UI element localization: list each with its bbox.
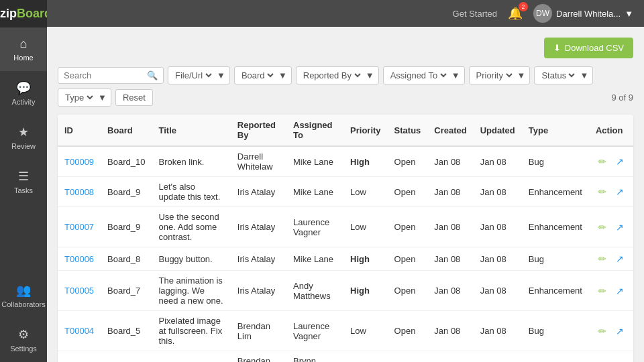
reset-button[interactable]: Reset xyxy=(115,89,153,106)
notifications-bell[interactable]: 🔔 2 xyxy=(508,6,523,21)
search-box[interactable]: 🔍 xyxy=(58,67,164,84)
cell-created: Jan 08 xyxy=(427,351,473,363)
sidebar-item-settings[interactable]: ⚙ Settings xyxy=(0,318,47,362)
col-action: Action xyxy=(589,115,633,146)
cell-action: ✏ ↗ xyxy=(589,311,633,351)
external-link-button[interactable]: ↗ xyxy=(613,324,627,338)
cell-title: Use the second one. Add some contrast. xyxy=(152,207,230,247)
edit-button[interactable]: ✏ xyxy=(596,324,609,338)
edit-button[interactable]: ✏ xyxy=(596,359,609,362)
table-row: T00007 Board_9 Use the second one. Add s… xyxy=(58,207,633,247)
type-filter[interactable]: Type ▼ xyxy=(58,88,111,107)
table-body: T00009 Board_10 Broken link. Darrell Whi… xyxy=(58,146,633,362)
cell-action: ✏ ↗ xyxy=(589,146,633,177)
sidebar-item-home[interactable]: ⌂ Home xyxy=(0,27,47,71)
sidebar-item-review-label: Review xyxy=(11,142,36,150)
file-url-select[interactable]: File/Url xyxy=(172,70,214,81)
cell-status: Open xyxy=(388,146,428,177)
edit-button[interactable]: ✏ xyxy=(596,284,609,298)
cell-type: Enhancement xyxy=(522,271,589,311)
sidebar-item-tasks[interactable]: ☰ Tasks xyxy=(0,160,47,204)
user-name: Darrell Whitela... xyxy=(556,9,621,19)
assigned-to-filter[interactable]: Assigned To ▼ xyxy=(383,66,465,84)
external-link-button[interactable]: ↗ xyxy=(613,155,627,168)
board-filter[interactable]: Board ▼ xyxy=(234,66,292,84)
sidebar-bottom: 👥 Collaborators ⚙ Settings xyxy=(0,274,47,362)
edit-button[interactable]: ✏ xyxy=(596,185,609,198)
filter-bar: 🔍 File/Url ▼ Board ▼ Reported By ▼ xyxy=(58,66,633,107)
logo-zip: zip xyxy=(0,7,17,20)
chevron-down-icon-5: ▼ xyxy=(517,70,526,80)
sidebar-item-activity[interactable]: 💬 Activity xyxy=(0,71,47,115)
action-buttons: ✏ ↗ xyxy=(596,359,627,362)
action-buttons: ✏ ↗ xyxy=(596,324,627,338)
action-buttons: ✏ ↗ xyxy=(596,284,627,298)
sidebar-item-activity-label: Activity xyxy=(12,98,36,106)
user-menu[interactable]: DW Darrell Whitela... ▼ xyxy=(533,4,633,23)
sidebar-item-review[interactable]: ★ Review xyxy=(0,115,47,160)
download-csv-button[interactable]: ⬇ Download CSV xyxy=(544,38,633,58)
issue-link[interactable]: T00004 xyxy=(64,326,94,336)
table-row: T00005 Board_7 The animation is lagging.… xyxy=(58,271,633,311)
search-input[interactable] xyxy=(64,70,144,80)
table-row: T00006 Board_8 Buggy button. Iris Atalay… xyxy=(58,247,633,271)
chevron-down-icon-3: ▼ xyxy=(366,70,374,80)
external-link-button[interactable]: ↗ xyxy=(613,284,627,298)
cell-reported-by: Iris Atalay xyxy=(231,207,286,247)
chevron-down-icon-4: ▼ xyxy=(451,70,460,80)
issue-link[interactable]: T00008 xyxy=(64,187,94,197)
cell-title: Broken link. xyxy=(152,146,230,177)
cell-reported-by: Brendan Lim xyxy=(231,351,286,363)
chevron-down-icon-6: ▼ xyxy=(580,70,588,80)
cell-title: The animation is lagging. We need a new … xyxy=(152,271,230,311)
cell-status: Open xyxy=(388,351,428,363)
avatar: DW xyxy=(533,4,552,23)
external-link-button[interactable]: ↗ xyxy=(613,252,627,265)
board-select[interactable]: Board xyxy=(239,70,276,81)
cell-type: Enhancement xyxy=(522,351,589,363)
get-started-link[interactable]: Get Started xyxy=(453,9,497,19)
edit-button[interactable]: ✏ xyxy=(596,221,609,234)
cell-board: Board_4 xyxy=(101,351,152,363)
reported-by-filter[interactable]: Reported By ▼ xyxy=(296,66,379,84)
main-content: Get Started 🔔 2 DW Darrell Whitela... ▼ … xyxy=(47,0,644,362)
settings-icon: ⚙ xyxy=(18,327,29,342)
cell-action: ✏ ↗ xyxy=(589,177,633,207)
edit-button[interactable]: ✏ xyxy=(596,252,609,265)
external-link-button[interactable]: ↗ xyxy=(613,185,627,198)
cell-board: Board_10 xyxy=(101,146,152,177)
sidebar-item-collaborators-label: Collaborators xyxy=(1,300,45,308)
sidebar-item-tasks-label: Tasks xyxy=(14,186,33,194)
cell-status: Open xyxy=(388,311,428,351)
topbar: Get Started 🔔 2 DW Darrell Whitela... ▼ xyxy=(47,0,644,27)
status-select[interactable]: Status xyxy=(539,70,577,81)
assigned-to-select[interactable]: Assigned To xyxy=(388,70,449,81)
priority-filter[interactable]: Priority ▼ xyxy=(469,66,531,84)
cell-created: Jan 08 xyxy=(427,207,473,247)
cell-type: Bug xyxy=(522,311,589,351)
col-created: Created xyxy=(427,115,473,146)
cell-title: Let's also update this text. xyxy=(152,177,230,207)
type-select[interactable]: Type xyxy=(62,92,95,103)
cell-priority: High xyxy=(343,247,388,271)
reported-by-select[interactable]: Reported By xyxy=(301,70,363,81)
file-url-filter[interactable]: File/Url ▼ xyxy=(168,66,230,84)
issue-link[interactable]: T00006 xyxy=(64,254,94,264)
external-link-button[interactable]: ↗ xyxy=(613,221,627,234)
sidebar-item-collaborators[interactable]: 👥 Collaborators xyxy=(0,274,47,318)
status-filter[interactable]: Status ▼ xyxy=(534,66,593,84)
table-header: ID Board Title Reported By Assigned To P… xyxy=(58,115,633,146)
priority-select[interactable]: Priority xyxy=(474,70,515,81)
issue-link[interactable]: T00005 xyxy=(64,286,94,296)
issue-link[interactable]: T00009 xyxy=(64,157,94,167)
issue-link[interactable]: T00007 xyxy=(64,222,94,232)
sidebar-item-home-label: Home xyxy=(13,54,33,62)
edit-button[interactable]: ✏ xyxy=(596,155,609,168)
cell-assigned-to: Laurence Vagner xyxy=(286,311,343,351)
cell-assigned-to: Andy Matthews xyxy=(286,271,343,311)
cell-priority: High xyxy=(343,146,388,177)
external-link-button[interactable]: ↗ xyxy=(613,359,627,362)
cell-action: ✏ ↗ xyxy=(589,207,633,247)
cell-status: Open xyxy=(388,207,428,247)
action-buttons: ✏ ↗ xyxy=(596,221,627,234)
